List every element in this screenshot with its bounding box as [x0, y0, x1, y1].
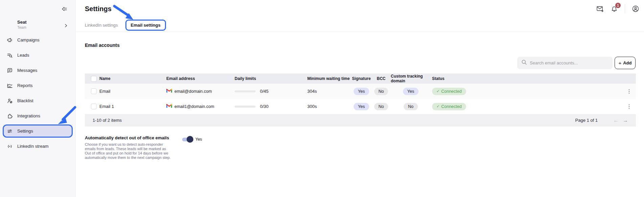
puzzle-icon	[7, 113, 13, 119]
sidebar-item-linkedin-stream[interactable]: LinkedIn stream	[0, 139, 75, 154]
page-title: Settings	[85, 5, 112, 13]
next-page-icon[interactable]: →	[623, 117, 628, 123]
toggle-knob[interactable]	[187, 136, 193, 143]
settings-tabs: LinkedIn settings Email settings	[85, 20, 166, 30]
workspace-switcher[interactable]: Seat Team	[17, 20, 70, 29]
email-account-row: Email 1 email1@domain.com 0/30 300s Yes …	[85, 99, 636, 114]
leads-icon	[7, 52, 13, 58]
search-email-accounts[interactable]	[517, 57, 613, 69]
sidebar-nav: Campaigns Leads Messages Reports Blackli…	[0, 32, 75, 154]
broadcast-icon	[7, 143, 13, 149]
table-controls: + Add	[517, 57, 636, 69]
row-menu-kebab-icon[interactable]: ⋮	[626, 89, 632, 94]
status-badge: ✓ Connected	[432, 103, 466, 110]
profile-avatar-icon[interactable]	[632, 5, 639, 12]
signature-badge: Yes	[354, 88, 369, 95]
sidebar-item-settings[interactable]: Settings	[3, 124, 73, 138]
daily-limit-value: 0/45	[260, 89, 268, 94]
sidebar-item-label: Messages	[17, 68, 37, 73]
sidebar-item-integrations[interactable]: Integrations	[0, 108, 75, 123]
daily-limit-value: 0/30	[260, 104, 268, 109]
select-all-checkbox[interactable]	[91, 76, 97, 82]
gmail-icon	[166, 104, 172, 109]
column-header-status: Status	[431, 74, 622, 84]
sidebar-item-campaigns[interactable]: Campaigns	[0, 32, 75, 48]
column-header-signature: Signature	[351, 74, 372, 84]
min-waiting-value: 304s	[306, 84, 351, 99]
account-email: email@domain.com	[174, 89, 212, 94]
megaphone-icon	[7, 37, 13, 43]
table-footer: 1-10 of 2 items Page 1 of 1 ← →	[85, 114, 636, 126]
sidebar-item-leads[interactable]: Leads	[0, 48, 75, 63]
daily-limit-progress-bar	[235, 90, 256, 92]
bcc-badge: No	[374, 103, 388, 110]
row-checkbox[interactable]	[91, 88, 97, 94]
sidebar-item-reports[interactable]: Reports	[0, 78, 75, 93]
custom-tracking-badge: Yes	[403, 88, 419, 95]
collapse-sidebar-icon[interactable]	[61, 6, 67, 12]
row-checkbox[interactable]	[91, 104, 97, 109]
tab-email-settings[interactable]: Email settings	[125, 20, 166, 31]
table-header-row: Name Email address Daily limits Minimum …	[85, 74, 636, 84]
column-header-bcc: BCC	[372, 74, 391, 84]
column-header-custom-tracking: Custom tracking domain	[391, 74, 431, 84]
daily-limit-progress-bar	[235, 106, 256, 108]
search-input[interactable]	[530, 60, 609, 65]
section-title-email-accounts: Email accounts	[85, 43, 120, 48]
header-divider	[625, 4, 625, 13]
page-header: Settings LinkedIn settings Email setting…	[76, 0, 644, 32]
tab-linkedin-settings[interactable]: LinkedIn settings	[85, 23, 118, 28]
sidebar: Seat Team Campaigns Leads Messages	[0, 0, 76, 197]
account-name: Email 1	[98, 99, 165, 114]
sliders-icon	[7, 128, 13, 134]
column-header-name: Name	[98, 74, 165, 84]
row-menu-kebab-icon[interactable]: ⋮	[626, 104, 632, 109]
chart-icon	[7, 83, 13, 89]
sidebar-item-messages[interactable]: Messages	[0, 63, 75, 78]
sidebar-item-label: Leads	[17, 53, 29, 58]
pagination: Page 1 of 1 ← →	[575, 117, 628, 123]
column-header-email: Email address	[165, 74, 232, 84]
sidebar-item-blacklist[interactable]: Blacklist	[0, 93, 75, 108]
add-email-account-button[interactable]: + Add	[615, 57, 636, 69]
sidebar-item-label: Settings	[17, 129, 33, 134]
add-button-label: Add	[623, 60, 631, 65]
person-block-icon	[7, 98, 13, 104]
sidebar-item-label: Blacklist	[17, 98, 33, 103]
main-content: Settings LinkedIn settings Email setting…	[76, 0, 644, 197]
status-badge: ✓ Connected	[432, 88, 466, 95]
toggle-state-label: Yes	[195, 137, 202, 142]
email-accounts-table: Name Email address Daily limits Minimum …	[85, 74, 636, 126]
signature-badge: Yes	[354, 103, 369, 110]
status-label: Connected	[441, 104, 461, 109]
chevron-right-icon[interactable]	[64, 23, 68, 27]
sidebar-item-label: LinkedIn stream	[17, 144, 49, 149]
bcc-badge: No	[374, 88, 388, 95]
gmail-icon	[166, 88, 172, 94]
workspace-name: Seat	[17, 20, 70, 25]
sidebar-item-label: Reports	[17, 83, 33, 88]
account-name: Email	[98, 84, 165, 99]
new-email-icon[interactable]	[596, 5, 604, 12]
column-header-min-waiting: Minimum waiting time	[306, 74, 351, 84]
plus-icon: +	[618, 60, 621, 66]
email-account-row: Email email@domain.com 0/45 304s Yes No …	[85, 84, 636, 99]
check-icon: ✓	[436, 104, 439, 109]
notifications-bell-icon[interactable]: 1	[611, 5, 618, 12]
min-waiting-value: 300s	[306, 99, 351, 114]
sidebar-item-label: Integrations	[17, 113, 40, 118]
ooo-setting-description: Choose if you want us to detect auto-res…	[85, 142, 173, 160]
notification-badge: 1	[615, 3, 621, 8]
ooo-setting-title: Automatically detect out of office email…	[85, 135, 169, 140]
sidebar-item-label: Campaigns	[17, 37, 40, 43]
search-icon	[521, 59, 527, 66]
check-icon: ✓	[436, 89, 439, 93]
workspace-type: Team	[17, 25, 70, 29]
items-count: 1-10 of 2 items	[93, 118, 122, 123]
toggle-track[interactable]	[182, 138, 192, 141]
custom-tracking-badge: No	[404, 103, 418, 110]
ooo-toggle[interactable]: Yes	[182, 136, 202, 143]
account-email: email1@domain.com	[174, 104, 214, 109]
previous-page-icon[interactable]: ←	[613, 117, 619, 123]
chat-bubble-icon	[7, 67, 13, 74]
